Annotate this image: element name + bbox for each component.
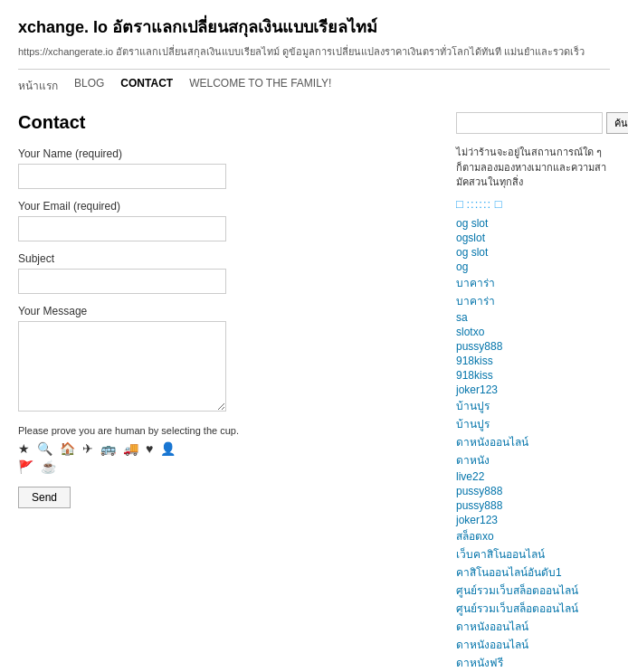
sidebar-link-item: ดาหนังฟรี [456, 654, 610, 671]
sidebar-link-item: ดาหนังออนไลน์ [456, 618, 610, 635]
name-input[interactable] [18, 164, 226, 189]
sidebar-link[interactable]: pussy888 [456, 485, 502, 497]
search-row: ค้นหา [456, 112, 610, 134]
search-input[interactable] [456, 112, 603, 134]
sidebar-info-text: ไม่ว่าร้านจะอยู่ในสถานการณ์ใด ๆ ก็ตามลอง… [456, 145, 610, 190]
sidebar-link[interactable]: ศูนย์รวมเว็บสล็อตออนไลน์ [456, 602, 578, 615]
car-icon[interactable]: ✈ [82, 441, 93, 456]
nav-contact[interactable]: CONTACT [120, 77, 173, 94]
sidebar-link-item: บ้านปูร [456, 397, 610, 414]
nav-blog[interactable]: BLOG [74, 77, 104, 94]
sidebar-link-item: คาสิโนออนไลน์อันดับ1 [456, 563, 610, 581]
captcha-area: Please prove you are human by selecting … [18, 425, 438, 474]
sidebar-link-item: pussy888 [456, 498, 610, 512]
twitter-icon-1[interactable]: □ [456, 197, 463, 211]
sidebar-link-item: joker123 [456, 513, 610, 526]
sidebar-link[interactable]: pussy888 [456, 340, 502, 353]
sidebar-link[interactable]: ogslot [456, 232, 485, 244]
sidebar-link-item: pussy888 [456, 339, 610, 353]
sidebar-link-item: ดาหนังออนไลน์ [456, 636, 610, 653]
nav-welcome[interactable]: WELCOME TO THE FAMILY! [189, 77, 331, 94]
twitter-icon-2[interactable]: □ [495, 197, 502, 211]
site-subtitle: https://xchangerate.io อัตราแลกเปลี่ยนสก… [18, 43, 610, 60]
sidebar: ค้นหา ไม่ว่าร้านจะอยู่ในสถานการณ์ใด ๆ ก็… [456, 112, 610, 672]
sidebar-link-item: 918kiss [456, 368, 610, 382]
sidebar-link[interactable]: og [456, 260, 468, 273]
sidebar-link[interactable]: joker123 [456, 514, 498, 526]
sidebar-link[interactable]: pussy888 [456, 499, 502, 512]
message-label: Your Message [18, 305, 438, 317]
contact-heading: Contact [18, 112, 438, 133]
sidebar-link-item: 918kiss [456, 354, 610, 367]
heart-icon[interactable]: ♥ [146, 441, 153, 456]
sidebar-link[interactable]: 918kiss [456, 355, 493, 367]
sidebar-link-item: เว็บคาสิโนออนไลน์ [456, 545, 610, 563]
sidebar-link-item: ดาหนัง [456, 451, 610, 469]
cup-icon[interactable]: ☕ [41, 459, 56, 474]
truck-icon[interactable]: 🚚 [123, 441, 138, 456]
subject-group: Subject [18, 252, 438, 294]
sidebar-link-item: ศูนย์รวมเว็บสล็อตออนไลน์ [456, 582, 610, 599]
subject-input[interactable] [18, 269, 226, 294]
sidebar-link[interactable]: คาสิโนออนไลน์อันดับ1 [456, 566, 562, 579]
message-group: Your Message [18, 305, 438, 414]
sidebar-link[interactable]: og slot [456, 246, 488, 259]
sidebar-link-list: og slotogslotog slotogบาคาร่าบาคาร่าsasl… [456, 216, 610, 673]
sidebar-link-item: live22 [456, 469, 610, 483]
sidebar-link[interactable]: sa [456, 311, 468, 324]
nav-home[interactable]: หน้าแรก [18, 77, 58, 94]
sidebar-link[interactable]: บาคาร่า [456, 295, 495, 308]
person-icon[interactable]: 👤 [160, 441, 176, 456]
search-button[interactable]: ค้นหา [606, 112, 628, 134]
email-label: Your Email (required) [18, 200, 438, 213]
captcha-text: Please prove you are human by selecting … [18, 425, 239, 436]
sidebar-link-item: บาคาร่า [456, 274, 610, 291]
sidebar-link[interactable]: live22 [456, 470, 484, 483]
bus-icon[interactable]: 🚌 [100, 441, 116, 456]
captcha-icons-row1: ★ 🔍 🏠 ✈ 🚌 🚚 ♥ 👤 [18, 441, 438, 456]
sidebar-link[interactable]: เว็บคาสิโนออนไลน์ [456, 548, 545, 561]
sidebar-link[interactable]: joker123 [456, 383, 498, 396]
sidebar-link-item: slotxo [456, 325, 610, 338]
sidebar-link[interactable]: ดาหนังออนไลน์ [456, 639, 528, 651]
site-title: xchange. Io อัตราแลกเปลี่ยนสกุลเงินแบบเร… [18, 14, 610, 40]
sidebar-link[interactable]: slotxo [456, 326, 484, 338]
sidebar-link[interactable]: ศูนย์รวมเว็บสล็อตออนไลน์ [456, 584, 578, 597]
header-divider [18, 69, 610, 70]
sidebar-link-item: ogslot [456, 231, 610, 244]
sidebar-link-item: บาคาร่า [456, 292, 610, 309]
sidebar-link[interactable]: บาคาร่า [456, 277, 495, 289]
email-input[interactable] [18, 216, 226, 241]
sidebar-link-item: pussy888 [456, 484, 610, 497]
send-button[interactable]: Send [18, 487, 71, 508]
sidebar-link[interactable]: ดาหนังออนไลน์ [456, 620, 528, 633]
sidebar-link[interactable]: บ้านปูร [456, 400, 490, 412]
sidebar-link[interactable]: ดาหนัง [456, 454, 490, 467]
magnifier-icon[interactable]: 🔍 [37, 441, 52, 456]
subject-label: Subject [18, 252, 438, 265]
sidebar-link-item: og [456, 260, 610, 273]
sidebar-link[interactable]: og slot [456, 217, 488, 230]
sidebar-link[interactable]: สล็อตxo [456, 530, 494, 543]
main-nav: หน้าแรก BLOG CONTACT WELCOME TO THE FAMI… [18, 77, 610, 94]
captcha-icons-row2: 🚩 ☕ [18, 459, 438, 474]
sidebar-link[interactable]: ดาหนังฟรี [456, 657, 503, 669]
star-icon[interactable]: ★ [18, 441, 30, 456]
main-content: Contact Your Name (required) Your Email … [18, 112, 438, 672]
name-label: Your Name (required) [18, 147, 438, 160]
sidebar-link-item: ศูนย์รวมเว็บสล็อตออนไลน์ [456, 600, 610, 617]
sidebar-link-item: สล็อตxo [456, 527, 610, 544]
house-icon[interactable]: 🏠 [60, 441, 75, 456]
flag-icon[interactable]: 🚩 [18, 459, 33, 474]
sidebar-social-icons: □ :::::: □ [456, 197, 610, 211]
name-group: Your Name (required) [18, 147, 438, 189]
sidebar-link-item: og slot [456, 216, 610, 230]
sidebar-link[interactable]: 918kiss [456, 369, 493, 382]
sidebar-link-item: บ้านปูร [456, 415, 610, 432]
sidebar-link-item: joker123 [456, 383, 610, 396]
sidebar-link-item: sa [456, 310, 610, 324]
sidebar-link[interactable]: ดาหนังออนไลน์ [456, 436, 528, 449]
message-textarea[interactable] [18, 321, 226, 412]
sidebar-link[interactable]: บ้านปูร [456, 418, 490, 431]
sidebar-link-item: ดาหนังออนไลน์ [456, 433, 610, 450]
